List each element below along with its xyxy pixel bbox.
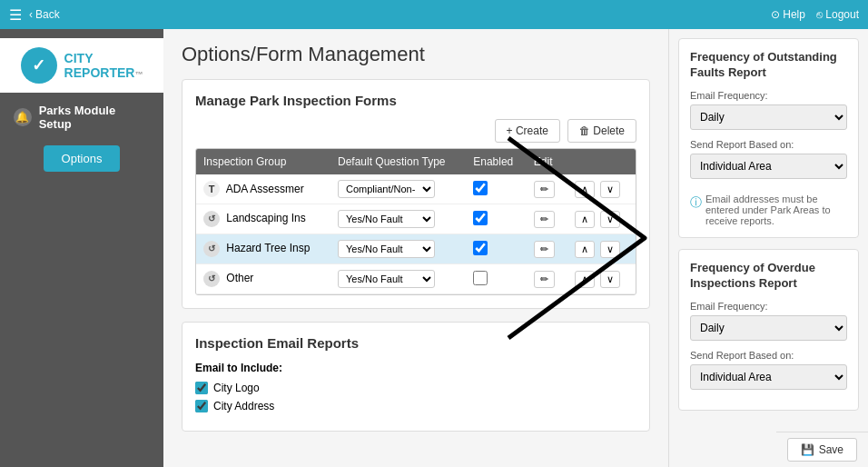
menu-icon[interactable]: ☰ (9, 6, 22, 24)
row-reorder: ∧ ∨ (567, 234, 636, 264)
row-group-name: T ADA Assessmer (196, 174, 330, 204)
top-bar-left: ☰ ‹ Back (9, 6, 60, 24)
edit-button[interactable]: ✏ (534, 271, 555, 288)
type-badge-c: ↺ (203, 211, 220, 227)
row-reorder: ∧ ∨ (567, 174, 636, 204)
move-down-button[interactable]: ∨ (600, 271, 620, 288)
layout: ✓ CITY REPORTER™ 🔔 Parks Module Setup Op… (0, 29, 868, 467)
send-based-select-2[interactable]: Individual Area All Areas (690, 364, 847, 390)
bottom-bar: 💾 Save (776, 432, 868, 467)
move-up-button[interactable]: ∧ (575, 181, 595, 198)
row-group-name: ↺ Hazard Tree Insp (196, 234, 330, 264)
row-enabled (466, 264, 527, 294)
right-panel: Frequency of Outstanding Faults Report E… (668, 29, 868, 467)
logout-link[interactable]: ⎋ Logout (816, 8, 859, 21)
trash-icon: 🗑 (579, 124, 593, 137)
email-freq-label-1: Email Frequency: (690, 90, 847, 101)
enabled-checkbox[interactable] (473, 271, 488, 285)
send-based-label-1: Send Report Based on: (690, 139, 847, 150)
row-edit: ✏ (527, 264, 567, 294)
edit-button[interactable]: ✏ (534, 181, 555, 198)
options-nav-button[interactable]: Options (44, 145, 121, 172)
row-enabled (466, 174, 527, 204)
send-based-label-2: Send Report Based on: (690, 350, 847, 361)
row-question-type: Yes/No Fault Compliant/Non- (330, 204, 466, 234)
delete-button[interactable]: 🗑 Delete (567, 119, 636, 143)
move-up-button[interactable]: ∧ (575, 271, 595, 288)
city-address-checkbox[interactable] (195, 400, 208, 412)
row-group-name: ↺ Landscaping Ins (196, 204, 330, 234)
move-down-button[interactable]: ∨ (600, 181, 620, 198)
logo-circle: ✓ (21, 47, 57, 84)
move-down-button[interactable]: ∨ (600, 241, 620, 258)
overdue-inspections-card: Frequency of Overdue Inspections Report … (678, 249, 859, 411)
email-include-label: Email to Include: (195, 362, 636, 374)
logo-area: ✓ CITY REPORTER™ (0, 38, 163, 93)
row-question-type: Yes/No Fault Compliant/Non- (330, 234, 466, 264)
table-row: T ADA Assessmer Compliant/Non- Yes/No Fa… (196, 174, 636, 204)
logout-icon: ⎋ (816, 8, 825, 21)
inspection-table-wrapper: Inspection Group Default Question Type E… (195, 148, 636, 295)
table-toolbar: + Create 🗑 Delete (195, 119, 636, 143)
sidebar: ✓ CITY REPORTER™ 🔔 Parks Module Setup Op… (0, 29, 163, 467)
manage-forms-title: Manage Park Inspection Forms (195, 93, 636, 108)
col-edit: Edit (527, 149, 567, 174)
enabled-checkbox[interactable] (473, 181, 488, 195)
back-link[interactable]: ‹ Back (29, 8, 60, 21)
email-reports-card: Inspection Email Reports Email to Includ… (182, 322, 650, 432)
manage-forms-card: Manage Park Inspection Forms + Create 🗑 … (182, 79, 650, 309)
row-enabled (466, 204, 527, 234)
other-label: Other (226, 272, 253, 284)
email-freq-select-2[interactable]: Daily Weekly Monthly (690, 315, 847, 341)
move-up-button[interactable]: ∧ (575, 241, 595, 258)
question-type-select[interactable]: Yes/No Fault Compliant/Non- (338, 270, 435, 288)
edit-button[interactable]: ✏ (534, 241, 555, 258)
table-row: ↺ Hazard Tree Insp Yes/No Fault Complian… (196, 234, 636, 264)
inspection-table: Inspection Group Default Question Type E… (196, 149, 636, 294)
page-title: Options/Form Management (182, 43, 650, 66)
row-reorder: ∧ ∨ (567, 264, 636, 294)
question-type-select[interactable]: Compliant/Non- Yes/No Fault (338, 180, 435, 198)
save-button[interactable]: 💾 Save (787, 438, 857, 462)
send-based-select-1[interactable]: Individual Area All Areas (690, 154, 847, 179)
outstanding-faults-card: Frequency of Outstanding Faults Report E… (678, 38, 859, 238)
city-logo-item: City Logo (195, 382, 636, 394)
type-badge-c: ↺ (203, 271, 220, 287)
question-type-select[interactable]: Yes/No Fault Compliant/Non- (338, 240, 435, 258)
row-edit: ✏ (527, 234, 567, 264)
table-row: ↺ Landscaping Ins Yes/No Fault Compliant… (196, 204, 636, 234)
table-row: ↺ Other Yes/No Fault Compliant/Non- (196, 264, 636, 294)
enabled-checkbox[interactable] (473, 241, 488, 255)
row-question-type: Yes/No Fault Compliant/Non- (330, 264, 466, 294)
city-logo-label: City Logo (213, 382, 260, 394)
edit-button[interactable]: ✏ (534, 211, 555, 228)
col-actions (567, 149, 636, 174)
email-freq-select-1[interactable]: Daily Weekly Monthly (690, 104, 847, 130)
row-enabled (466, 234, 527, 264)
col-inspection-group: Inspection Group (196, 149, 330, 174)
chevron-left-icon: ‹ (29, 8, 33, 21)
row-reorder: ∧ ∨ (567, 204, 636, 234)
enabled-checkbox[interactable] (473, 211, 488, 225)
bell-icon: 🔔 (14, 108, 32, 126)
city-logo-checkbox[interactable] (195, 382, 208, 394)
move-down-button[interactable]: ∨ (600, 211, 620, 228)
overdue-inspections-title: Frequency of Overdue Inspections Report (690, 261, 847, 292)
top-bar: ☰ ‹ Back ⊙ Help ⎋ Logout (0, 0, 868, 29)
email-reports-title: Inspection Email Reports (195, 335, 636, 351)
outstanding-faults-title: Frequency of Outstanding Faults Report (690, 50, 847, 81)
create-button[interactable]: + Create (495, 119, 560, 143)
info-text-1: ⓘ Email addresses must be entered under … (690, 194, 847, 226)
logo-text: CITY REPORTER™ (64, 51, 143, 80)
row-question-type: Compliant/Non- Yes/No Fault (330, 174, 466, 204)
col-default-question-type: Default Question Type (330, 149, 466, 174)
city-address-item: City Address (195, 400, 636, 412)
sidebar-module-title: 🔔 Parks Module Setup (0, 93, 163, 142)
row-group-name: ↺ Other (196, 264, 330, 294)
question-type-select[interactable]: Yes/No Fault Compliant/Non- (338, 210, 435, 228)
type-badge-t: T (203, 181, 220, 197)
help-link[interactable]: ⊙ Help (771, 8, 805, 21)
move-up-button[interactable]: ∧ (575, 211, 595, 228)
save-icon: 💾 (801, 443, 814, 456)
info-icon: ⓘ (690, 194, 702, 211)
